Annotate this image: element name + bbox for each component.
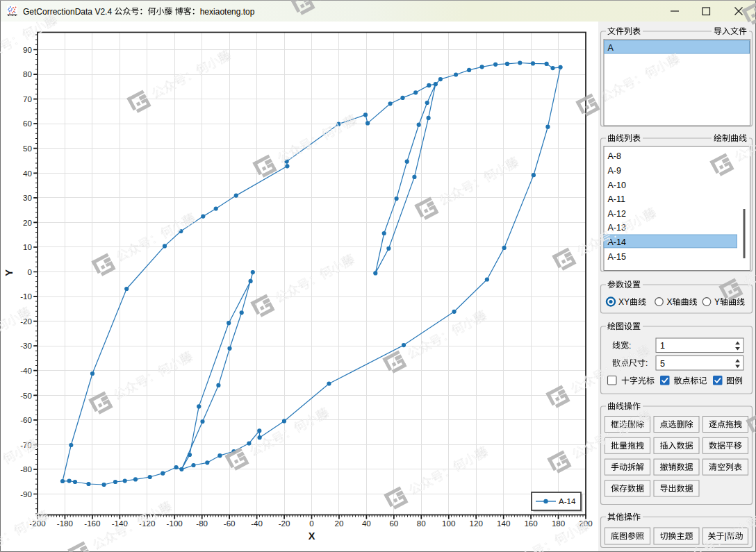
svg-text:A-9: A-9 [608,166,622,176]
svg-text:XY: XY [618,297,630,307]
svg-text:90: 90 [23,45,32,54]
svg-text:40: 40 [23,169,32,178]
svg-text:-90: -90 [20,490,32,499]
svg-text:140: 140 [497,519,510,528]
svg-text:160: 160 [524,519,537,528]
svg-text:30: 30 [23,193,32,202]
svg-text:-30: -30 [20,341,32,350]
svg-text:40: 40 [362,519,371,528]
svg-text:0: 0 [309,519,313,528]
svg-text:0: 0 [28,267,32,276]
svg-text:X: X [667,297,673,307]
svg-text:-80: -80 [196,519,208,528]
svg-text:A-15: A-15 [608,252,626,262]
svg-text:-140: -140 [112,519,128,528]
svg-text:60: 60 [389,519,398,528]
svg-text:Y: Y [714,297,720,307]
svg-text:-60: -60 [20,415,32,424]
svg-text:50: 50 [23,144,32,153]
svg-text:-10: -10 [20,292,32,301]
svg-text:-160: -160 [84,519,100,528]
svg-text:-100: -100 [167,519,183,528]
svg-text:5: 5 [660,359,665,369]
svg-text:X: X [309,530,315,542]
svg-text:-50: -50 [20,391,32,400]
svg-text:A-10: A-10 [608,181,626,190]
svg-text:A-14: A-14 [608,237,626,247]
svg-text::: : [629,341,631,351]
svg-text:60: 60 [23,119,32,128]
svg-text:80: 80 [417,519,426,528]
svg-text:180: 180 [552,519,565,528]
svg-text:GetCorrectionData V2.4: GetCorrectionData V2.4 [23,7,112,17]
svg-text:A: A [608,43,614,53]
svg-text:A-11: A-11 [608,194,626,204]
svg-text:-40: -40 [251,519,263,528]
svg-text:A-12: A-12 [608,209,626,219]
svg-text:A-14: A-14 [559,497,576,505]
svg-text:A-8: A-8 [608,151,622,161]
svg-text::: : [646,358,648,368]
svg-text:120: 120 [470,519,483,528]
svg-text:-60: -60 [224,519,236,528]
svg-text:hexiaoteng.top: hexiaoteng.top [200,7,255,17]
svg-text:Y: Y [3,269,15,276]
svg-text:100: 100 [442,519,455,528]
svg-text:-180: -180 [57,519,73,528]
svg-text:-80: -80 [20,465,32,474]
svg-text:10: 10 [23,242,32,251]
svg-text:20: 20 [23,218,32,227]
svg-text:-20: -20 [279,519,290,528]
svg-text:20: 20 [335,519,344,528]
svg-text:80: 80 [23,69,32,78]
svg-text:1: 1 [660,341,665,351]
svg-text:70: 70 [23,94,32,103]
svg-text:-40: -40 [20,366,32,375]
